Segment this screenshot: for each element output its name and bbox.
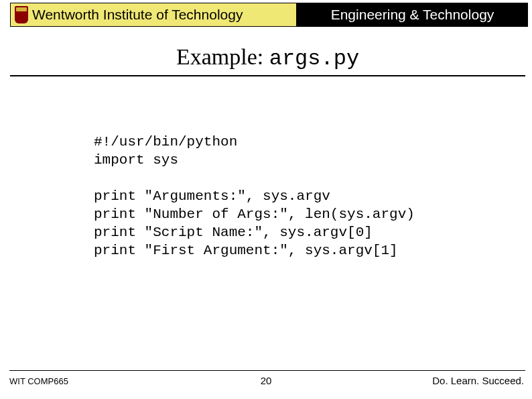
code-line: #!/usr/bin/python	[94, 134, 237, 150]
header-institution-bar: Wentworth Institute of Technology	[10, 3, 297, 27]
code-line: print "Number of Args:", len(sys.argv)	[94, 207, 415, 222]
footer-motto: Do. Learn. Succeed.	[432, 375, 524, 386]
code-line: print "Arguments:", sys.argv	[94, 188, 330, 204]
code-line: print "First Argument:", sys.argv[1]	[94, 243, 398, 258]
slide: Wentworth Institute of Technology Engine…	[0, 0, 532, 399]
header-department-bar: Engineering & Technology	[297, 3, 528, 27]
code-line: print "Script Name:", sys.argv[0]	[94, 225, 373, 240]
title-prefix: Example:	[176, 44, 269, 69]
title-filename: args.py	[269, 46, 359, 71]
department-name: Engineering & Technology	[331, 7, 494, 23]
institution-name: Wentworth Institute of Technology	[32, 7, 243, 23]
slide-title: Example: args.py	[10, 44, 525, 76]
code-line: import sys	[94, 152, 178, 168]
code-block: #!/usr/bin/python import sys print "Argu…	[94, 133, 415, 260]
shield-icon	[15, 6, 28, 23]
footer-divider	[9, 370, 525, 371]
